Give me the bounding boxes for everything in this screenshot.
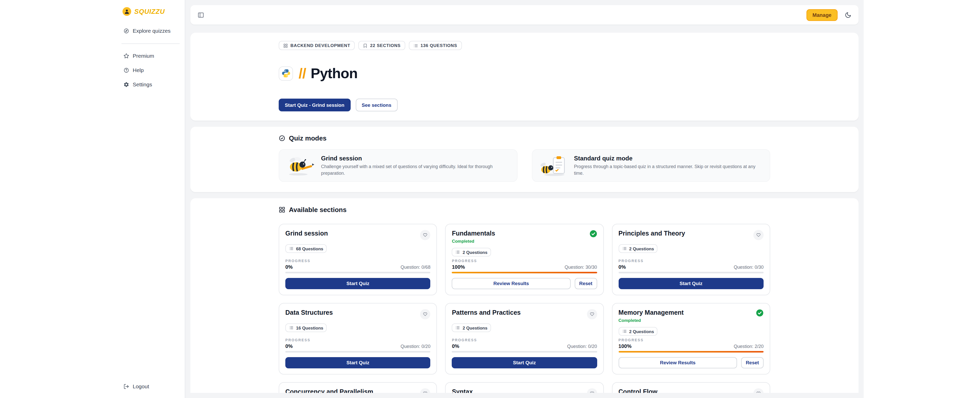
- questions-badge-label: 68 Questions: [296, 246, 323, 251]
- section-card: Patterns and Practices 2 Questions PROGR…: [445, 303, 604, 374]
- progress-label: PROGRESS: [618, 259, 764, 263]
- section-card-title: Syntax: [452, 388, 473, 393]
- badge-label: 136 QUESTIONS: [421, 43, 457, 48]
- progress-area: PROGRESS 0% Question: 0/30: [618, 259, 764, 273]
- sidebar-item-help[interactable]: Help: [121, 64, 180, 76]
- python-logo-icon: [281, 69, 291, 78]
- logo-text: SQUIZZU: [134, 8, 165, 15]
- section-card-header: Patterns and Practices: [452, 309, 597, 319]
- heart-icon: [756, 391, 760, 393]
- favorite-button[interactable]: [420, 388, 431, 393]
- sidebar-toggle-button[interactable]: [197, 11, 205, 19]
- bookmark-icon: [363, 43, 368, 48]
- available-sections-title: Available sections: [289, 206, 347, 214]
- sections-grid: Grind session 68 Questions PROGRESS 0% Q…: [279, 224, 770, 393]
- progress-label: PROGRESS: [452, 259, 597, 263]
- favorite-button[interactable]: [753, 388, 764, 393]
- sidebar-item-logout[interactable]: Logout: [121, 380, 180, 392]
- mode-title: Grind session: [321, 155, 511, 162]
- progress-label: PROGRESS: [452, 338, 597, 342]
- question-count: Question: 30/30: [565, 265, 597, 270]
- favorite-button[interactable]: [420, 309, 431, 319]
- favorite-button[interactable]: [753, 230, 764, 240]
- favorite-button[interactable]: [587, 309, 597, 319]
- start-grind-session-button[interactable]: Start Quiz - Grind session: [279, 98, 350, 111]
- python-logo-box: [279, 66, 293, 81]
- card-actions: Start Quiz: [452, 357, 597, 368]
- question-count: Question: 0/20: [567, 344, 597, 349]
- questions-badge: 2 Questions: [452, 323, 491, 332]
- grind-session-illustration: [285, 154, 315, 177]
- section-card-header: Grind session: [285, 230, 431, 240]
- heart-icon: [590, 391, 594, 393]
- section-card-header: Memory Management Completed: [618, 309, 764, 323]
- app-container: SQUIZZU Explore quizzes Premium Help Set…: [116, 0, 864, 398]
- mode-description: Challenge yourself with a mixed set of q…: [321, 163, 511, 176]
- section-card: Concurrency and Parallelism 7 Questions …: [279, 382, 437, 393]
- questions-badge: 16 Questions: [285, 323, 327, 332]
- start-quiz-button[interactable]: Start Quiz: [618, 278, 764, 289]
- section-card-status: Completed: [452, 238, 495, 244]
- section-card-title: Grind session: [285, 230, 328, 237]
- heart-icon: [590, 312, 594, 317]
- section-card-title: Concurrency and Parallelism: [285, 388, 373, 393]
- section-card-title: Principles and Theory: [618, 230, 685, 237]
- sidebar-item-label: Help: [133, 67, 144, 73]
- card-actions: Review Results Reset: [618, 357, 764, 368]
- manage-button[interactable]: Manage: [807, 9, 838, 21]
- panel-toggle-icon: [197, 11, 204, 18]
- section-card: Data Structures 16 Questions PROGRESS 0%…: [279, 303, 437, 374]
- sidebar-item-settings[interactable]: Settings: [121, 79, 180, 90]
- favorite-button[interactable]: [420, 230, 431, 240]
- start-quiz-button[interactable]: Start Quiz: [285, 278, 431, 289]
- theme-toggle-button[interactable]: [844, 11, 853, 19]
- progress-area: PROGRESS 0% Question: 0/20: [285, 338, 431, 353]
- completed-check-icon: [756, 309, 764, 317]
- section-card-header: Fundamentals Completed: [452, 230, 597, 244]
- question-count: Question: 0/30: [734, 265, 764, 270]
- progress-bar: [285, 351, 431, 353]
- questions-badge: 68 Questions: [285, 244, 327, 253]
- start-quiz-button[interactable]: Start Quiz: [452, 357, 597, 368]
- available-sections-panel: Available sections Grind session 68 Ques…: [190, 198, 859, 393]
- compass-icon: [124, 28, 129, 34]
- logout-icon: [124, 384, 129, 389]
- progress-bar: [618, 272, 764, 273]
- logo[interactable]: SQUIZZU: [123, 7, 179, 16]
- progress-area: PROGRESS 100% Question: 30/30: [452, 259, 597, 273]
- reset-button[interactable]: Reset: [741, 357, 764, 368]
- progress-percent: 0%: [452, 343, 460, 349]
- sidebar-item-explore-quizzes[interactable]: Explore quizzes: [121, 25, 180, 36]
- list-icon: [455, 326, 460, 330]
- hero-panel: BACKEND DEVELOPMENT 22 SECTIONS 136 QUES…: [190, 33, 859, 121]
- app-stage: SQUIZZU Explore quizzes Premium Help Set…: [0, 0, 980, 398]
- review-results-button[interactable]: Review Results: [618, 357, 737, 368]
- questions-badge: 2 Questions: [618, 244, 657, 253]
- progress-label: PROGRESS: [285, 259, 431, 263]
- progress-percent: 100%: [618, 343, 632, 349]
- see-sections-button[interactable]: See sections: [355, 98, 397, 111]
- quiz-modes-panel: Quiz modes: [190, 127, 859, 192]
- question-count: Question: 0/20: [401, 344, 431, 349]
- sidebar-item-premium[interactable]: Premium: [121, 50, 180, 61]
- badge-sections-count: 22 SECTIONS: [358, 41, 405, 50]
- person-icon: [123, 7, 131, 16]
- available-sections-heading: Available sections: [279, 206, 770, 214]
- favorite-button[interactable]: [587, 388, 597, 393]
- badge-label: 22 SECTIONS: [370, 43, 401, 48]
- reset-button[interactable]: Reset: [574, 278, 597, 289]
- section-card: Memory Management Completed 2 Questions …: [612, 303, 770, 374]
- hero-badges: BACKEND DEVELOPMENT 22 SECTIONS 136 QUES…: [279, 41, 770, 50]
- progress-label: PROGRESS: [285, 338, 431, 342]
- section-card: Fundamentals Completed 2 Questions PROGR…: [445, 224, 604, 295]
- page-title: //Python: [299, 65, 358, 82]
- start-quiz-button[interactable]: Start Quiz: [285, 357, 431, 368]
- completed-check-icon: [589, 230, 597, 238]
- card-actions: Start Quiz: [618, 278, 764, 289]
- review-results-button[interactable]: Review Results: [452, 278, 571, 289]
- list-icon: [414, 43, 418, 48]
- progress-bar: [452, 272, 597, 273]
- sidebar-item-label: Premium: [133, 53, 154, 59]
- progress-percent: 0%: [285, 264, 293, 270]
- list-icon: [622, 329, 627, 334]
